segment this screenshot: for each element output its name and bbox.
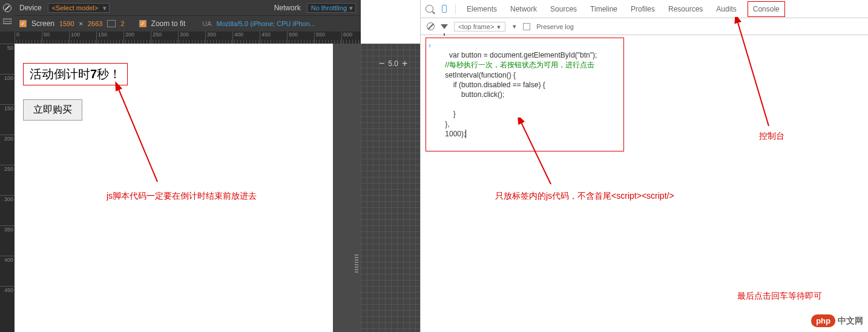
tab-elements[interactable]: Elements (464, 1, 499, 17)
tab-console[interactable]: Console (748, 1, 785, 17)
frame-select[interactable]: <top frame> ▼ (454, 22, 505, 32)
ua-label: UA (202, 20, 211, 27)
countdown-box: 活动倒计时7秒！ (23, 63, 128, 85)
network-label: Network (274, 4, 301, 12)
prompt-icon: › (429, 41, 431, 50)
console-input[interactable]: ›var button = document.getElementById("b… (426, 38, 624, 151)
console-area[interactable]: ›var button = document.getElementById("b… (426, 38, 862, 332)
zoom-out-button[interactable]: − (379, 58, 384, 69)
search-icon[interactable] (426, 5, 433, 13)
ruler-vertical: 50100150200250300350400450 (0, 32, 15, 332)
device-emulation-panel: Device <Select model> Network No throttl… (0, 0, 361, 332)
clear-icon[interactable] (427, 22, 435, 30)
zoom-controls: − 5.0 + (379, 58, 407, 69)
php-badge: php (811, 314, 835, 327)
preserve-log-label: Preserve log (536, 23, 574, 30)
viewport-gutter (333, 44, 361, 332)
device-select[interactable]: <Select model> (48, 3, 110, 13)
filter-icon[interactable] (441, 24, 448, 29)
devtools-tabs: Elements Network Sources Timeline Profil… (421, 0, 868, 18)
no-icon[interactable] (3, 4, 12, 12)
zoom-checkbox[interactable]: ✓ (139, 20, 146, 27)
annotation-code: 只放标签内的js代码，不含首尾<script><script/> (495, 191, 674, 202)
device-label: Device (19, 4, 42, 12)
throttle-select[interactable]: No throttling (307, 3, 356, 13)
tab-sources[interactable]: Sources (548, 1, 579, 17)
tab-profiles[interactable]: Profiles (628, 1, 657, 17)
zoom-in-button[interactable]: + (402, 58, 407, 69)
watermark: php 中文网 (811, 314, 863, 327)
device-toggle-icon[interactable] (442, 5, 447, 13)
swap-icon[interactable] (107, 20, 116, 27)
device-toolbar: Device <Select model> Network No throttl… (15, 0, 361, 32)
annotation-console: 控制台 (759, 131, 784, 142)
left-sidebar (0, 0, 15, 32)
buy-button[interactable]: 立即购买 (23, 99, 82, 121)
screen-height[interactable]: 2663 (88, 20, 102, 27)
viewport-grid (361, 44, 420, 332)
screen-width[interactable]: 1590 (59, 20, 74, 27)
tab-resources[interactable]: Resources (666, 1, 705, 17)
zoom-label: Zoom to fit (151, 19, 186, 28)
resize-handle[interactable] (355, 254, 358, 273)
zoom-value: 5.0 (388, 59, 398, 68)
annotation-left: js脚本代码一定要在倒计时结束前放进去 (107, 191, 257, 202)
device-viewport: 活动倒计时7秒！ 立即购买 (15, 44, 333, 332)
list-icon[interactable] (3, 18, 12, 24)
tab-network[interactable]: Network (508, 1, 539, 17)
ua-value[interactable]: Mozilla/5.0 (iPhone; CPU iPhon... (217, 20, 315, 27)
ruler-horizontal: 050100150200250300350400450500550600650 (15, 32, 361, 44)
tab-timeline[interactable]: Timeline (588, 1, 620, 17)
tab-audits[interactable]: Audits (714, 1, 738, 17)
console-toolbar: <top frame> ▼ ▼ Preserve log (421, 18, 868, 35)
devtools-panel: Elements Network Sources Timeline Profil… (420, 0, 868, 332)
annotation-bottom: 最后点击回车等待即可 (737, 291, 822, 302)
cn-text: 中文网 (838, 316, 863, 327)
dropdown-icon[interactable]: ▼ (511, 24, 517, 30)
screen-label: Screen (31, 19, 54, 28)
dpr-badge: 2 (120, 20, 124, 27)
preserve-log-checkbox[interactable] (523, 23, 530, 30)
screen-checkbox[interactable]: ✓ (19, 20, 27, 27)
